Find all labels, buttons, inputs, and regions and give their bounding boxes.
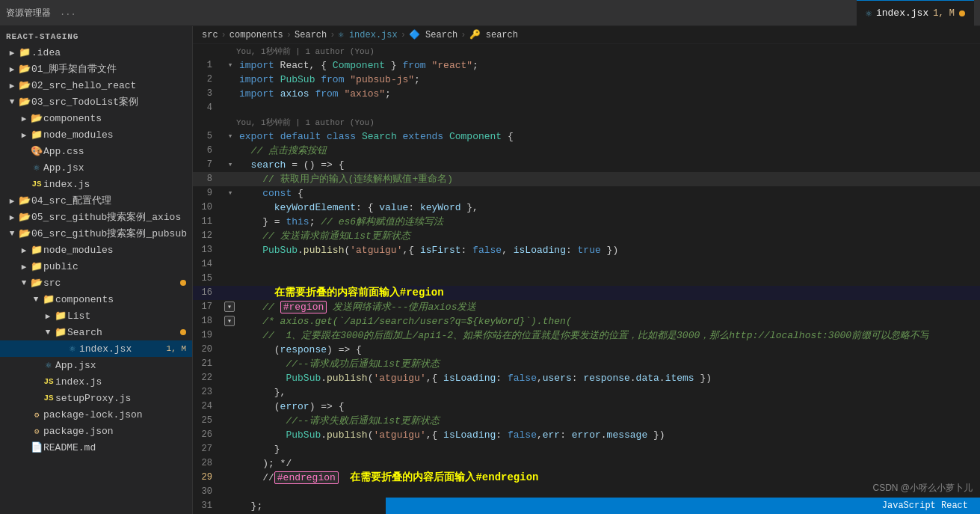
fold-arrow-18[interactable]: ▾ xyxy=(224,314,236,328)
bc-indexjsx: ⚛ index.jsx xyxy=(338,29,397,40)
blame-line-2: You, 1秒钟前 | 1 author (You) xyxy=(193,115,980,129)
chevron-icon: ▶ xyxy=(18,245,30,255)
folder-icon: 📁 xyxy=(18,46,31,58)
folder-icon: 📂 xyxy=(18,211,31,223)
code-line-21: 21 //--请求成功后通知List更新状态 xyxy=(193,357,980,371)
watermark: CSDN @小呀么小萝卜儿 xyxy=(872,482,973,495)
code-line-19: 19 // 1、定要跟在3000的后面加上/api1-2、如果你站在的位置就是你… xyxy=(193,328,980,343)
code-line-3: 3 import axios from "axios"; xyxy=(193,87,980,101)
tree-item-components[interactable]: ▼ 📁 components xyxy=(0,291,192,308)
js-icon: JS xyxy=(42,377,55,386)
folder-icon: 📁 xyxy=(42,293,55,305)
code-line-5: 5 ▾ export default class Search extends … xyxy=(193,129,980,144)
chevron-icon: ▼ xyxy=(30,295,42,304)
status-language: JavaScript React xyxy=(882,501,968,511)
chevron-icon: ▶ xyxy=(6,64,18,74)
chevron-icon: ▶ xyxy=(42,311,54,321)
tree-item-appjsx[interactable]: ⚛ App.jsx xyxy=(0,159,192,176)
code-line-23: 23 }, xyxy=(193,385,980,400)
tree-item-03[interactable]: ▼ 📂 03_src_TodoList案例 xyxy=(0,94,192,110)
tree-item-src[interactable]: ▼ 📂 src xyxy=(0,275,192,291)
tree-item-node03[interactable]: ▶ 📁 node_modules xyxy=(0,126,192,143)
bc-search-method: 🔑 search xyxy=(469,29,518,40)
fold-arrow-17[interactable]: ▾ xyxy=(224,300,236,314)
code-line-2: 2 import PubSub from "pubsub-js"; xyxy=(193,73,980,87)
explorer-label: 资源管理器 ... xyxy=(6,6,857,19)
tree-item-list[interactable]: ▶ 📁 List xyxy=(0,308,192,324)
tree-item-indexjs2[interactable]: JS index.js xyxy=(0,373,192,390)
folder-icon: 📂 xyxy=(18,227,31,239)
code-line-11: 11 } = this; // es6解构赋值的连续写法 xyxy=(193,215,980,229)
md-icon: 📄 xyxy=(30,441,43,453)
tree-item-04[interactable]: ▶ 📂 04_src_配置代理 xyxy=(0,192,192,209)
bc-components: components xyxy=(229,30,283,40)
tree-item-idea[interactable]: ▶ 📁 .idea xyxy=(0,44,192,61)
tree-item-indexjsx[interactable]: ⚛ index.jsx 1, M xyxy=(0,340,192,357)
code-line-8: 8 // 获取用户的输入(连续解构赋值+重命名) xyxy=(193,172,980,186)
tree-item-components03[interactable]: ▶ 📂 components xyxy=(0,110,192,126)
tree-item-06[interactable]: ▼ 📂 06_src_github搜索案例_pubsub xyxy=(0,225,192,242)
tab-file-icon: ⚛ xyxy=(866,7,872,19)
title-dots[interactable]: ... xyxy=(55,6,81,19)
folder-icon: 📂 xyxy=(18,79,31,91)
jsx-icon: ⚛ xyxy=(66,343,79,355)
tree-item-pkg[interactable]: ⚙ package.json xyxy=(0,423,192,439)
tree-item-search-folder[interactable]: ▼ 📁 Search xyxy=(0,324,192,340)
code-line-10: 10 keyWordElement: { value: keyWord }, xyxy=(193,201,980,215)
code-editor[interactable]: You, 1秒钟前 | 1 author (You) 1 ▾ import Re… xyxy=(193,44,980,514)
code-line-4: 4 xyxy=(193,101,980,115)
json-icon: ⚙ xyxy=(30,410,43,420)
folder-icon: 📁 xyxy=(30,129,43,141)
code-line-9: 9 ▾ const { xyxy=(193,186,980,201)
fold-button-18[interactable]: ▾ xyxy=(224,316,235,326)
bc-search-folder: Search xyxy=(295,30,327,40)
folder-icon: 📂 xyxy=(18,96,31,108)
fold-arrow-7[interactable]: ▾ xyxy=(224,158,236,172)
folder-icon: 📁 xyxy=(30,244,43,256)
chevron-icon: ▼ xyxy=(6,229,18,238)
fold-arrow-9[interactable]: ▾ xyxy=(224,186,236,201)
tab-filename: index.jsx xyxy=(876,7,928,19)
folder-icon: 📁 xyxy=(30,260,43,272)
tree-item-public[interactable]: ▶ 📁 public xyxy=(0,258,192,275)
src-badge-dot xyxy=(180,280,186,286)
folder-icon: 📂 xyxy=(18,63,31,75)
code-line-20: 20 (response) => { xyxy=(193,343,980,357)
code-line-22: 22 PubSub.publish('atguigu',{ isLoading:… xyxy=(193,371,980,385)
tree-item-appjsx2[interactable]: ⚛ App.jsx xyxy=(0,357,192,373)
code-line-1: 1 ▾ import React, { Component } from "re… xyxy=(193,58,980,73)
folder-icon: 📁 xyxy=(54,326,67,338)
blame-line-1: You, 1秒钟前 | 1 author (You) xyxy=(193,44,980,58)
code-line-24: 24 (error) => { xyxy=(193,400,980,414)
tree-item-05[interactable]: ▶ 📂 05_src_github搜索案例_axios xyxy=(0,209,192,225)
tree-item-02[interactable]: ▶ 📂 02_src_hello_react xyxy=(0,77,192,94)
code-line-14: 14 xyxy=(193,257,980,272)
tree-item-indexjs[interactable]: JS index.js xyxy=(0,176,192,192)
tree-item-node06[interactable]: ▶ 📁 node_modules xyxy=(0,242,192,258)
tree-item-01[interactable]: ▶ 📂 01_脚手架自带文件 xyxy=(0,61,192,77)
tree-item-setupproxy[interactable]: JS setupProxy.js xyxy=(0,390,192,406)
js-icon: JS xyxy=(30,180,43,189)
json-icon: ⚙ xyxy=(30,426,43,436)
sidebar: REACT-STAGING ▶ 📁 .idea ▶ 📂 01_脚手架自带文件 ▶… xyxy=(0,26,193,514)
breadcrumb: src › components › Search › ⚛ index.jsx … xyxy=(193,26,980,44)
title-bar: 资源管理器 ... ⚛ index.jsx 1, M xyxy=(0,0,980,26)
chevron-icon: ▼ xyxy=(18,278,30,287)
tree-item-readme[interactable]: 📄 README.md xyxy=(0,439,192,456)
code-line-27: 27 } xyxy=(193,442,980,456)
code-line-15: 15 xyxy=(193,272,980,286)
code-line-6: 6 // 点击搜索按钮 xyxy=(193,144,980,158)
tree-item-appcss[interactable]: 🎨 App.css xyxy=(0,143,192,159)
fold-arrow-5[interactable]: ▾ xyxy=(224,129,236,144)
tab-bar: ⚛ index.jsx 1, M xyxy=(857,0,974,26)
jsx-icon: ⚛ xyxy=(30,162,43,174)
sidebar-title: REACT-STAGING xyxy=(0,26,192,44)
tree-item-pkglock[interactable]: ⚙ package-lock.json xyxy=(0,406,192,423)
search-badge-dot xyxy=(180,329,186,335)
chevron-icon: ▶ xyxy=(18,114,30,123)
fold-button-17[interactable]: ▾ xyxy=(224,302,235,312)
editor-tab[interactable]: ⚛ index.jsx 1, M xyxy=(857,0,974,26)
fold-arrow-1[interactable]: ▾ xyxy=(224,58,236,73)
tab-modified-dot xyxy=(959,10,965,16)
chevron-icon: ▶ xyxy=(6,48,18,58)
